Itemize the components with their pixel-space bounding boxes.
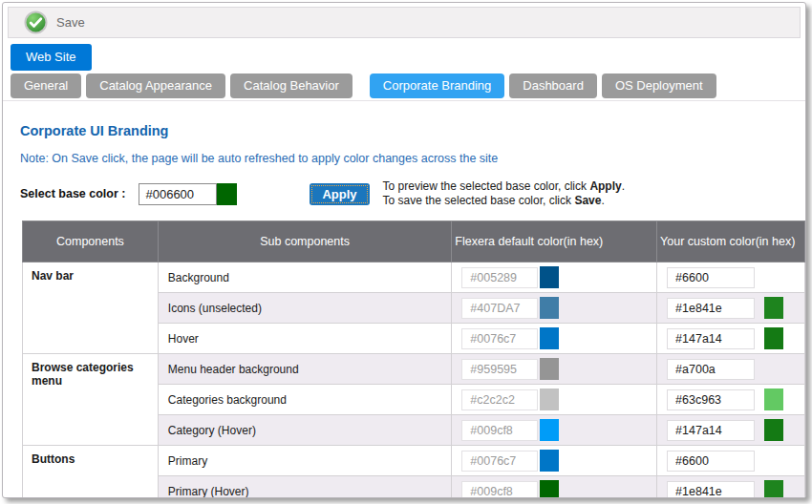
default-color-cell: #005289	[452, 262, 657, 293]
custom-color-input[interactable]	[667, 267, 755, 288]
instruction-text: To preview the selected base color, clic…	[383, 179, 625, 208]
custom-color-cell	[657, 354, 805, 385]
sub-component-name: Primary	[158, 446, 452, 476]
table-row: ButtonsPrimary#0076c7	[23, 446, 805, 476]
default-color-swatch	[540, 450, 559, 472]
apply-button[interactable]: Apply	[310, 183, 369, 205]
custom-color-swatch	[764, 419, 783, 441]
note-text: Note: On Save click, the page will be au…	[20, 152, 805, 165]
component-name: Browse categories menu	[23, 354, 159, 446]
custom-color-swatch	[764, 297, 783, 319]
toolbar: Save	[8, 7, 801, 38]
default-color-value: #959595	[461, 359, 538, 380]
table-body: Nav barBackground#005289Icons (unselecte…	[23, 262, 805, 499]
tab-dashboard[interactable]: Dashboard	[509, 74, 597, 98]
column-header-flexera-default-color-in-hex: Flexera default color(in hex)	[452, 221, 657, 262]
custom-color-input[interactable]	[667, 359, 755, 380]
save-button-label: Save	[56, 15, 85, 30]
base-color-row: Select base color : Apply To preview the…	[20, 179, 805, 208]
instruction-line: To save the selected base color, click S…	[383, 194, 625, 208]
save-checkmark-icon	[24, 10, 48, 34]
table-row: Browse categories menuMenu header backgr…	[23, 354, 805, 385]
tab-os-deployment[interactable]: OS Deployment	[602, 74, 716, 98]
sub-component-name: Menu header background	[158, 354, 452, 385]
default-color-cell: #0076c7	[452, 324, 657, 354]
default-color-swatch	[540, 419, 559, 441]
sub-component-name: Background	[158, 262, 452, 293]
custom-color-input[interactable]	[667, 298, 755, 319]
default-color-cell: #009cf8	[452, 415, 657, 446]
tab-general[interactable]: General	[11, 74, 81, 98]
column-header-sub-components: Sub components	[158, 221, 452, 262]
default-color-value: #005289	[461, 267, 538, 288]
component-name: Buttons	[23, 446, 159, 499]
custom-color-cell	[657, 262, 805, 293]
default-color-value: #c2c2c2	[461, 389, 538, 410]
default-color-cell: #009cf8	[452, 476, 657, 499]
sub-component-name: Category (Hover)	[158, 415, 452, 446]
instruction-line: To preview the selected base color, clic…	[383, 179, 625, 194]
default-color-swatch	[540, 266, 559, 288]
default-color-swatch	[540, 297, 559, 319]
base-color-input[interactable]	[139, 183, 217, 205]
sub-component-name: Icons (unselected)	[158, 293, 452, 324]
custom-color-cell	[657, 415, 805, 446]
tab-catalog-appearance[interactable]: Catalog Appearance	[86, 74, 225, 98]
column-header-your-custom-color-in-hex: Your custom color(in hex)	[657, 221, 805, 262]
base-color-swatch	[217, 183, 237, 205]
custom-color-input[interactable]	[667, 451, 755, 472]
default-color-value: #009cf8	[461, 420, 538, 441]
default-color-value: #009cf8	[461, 481, 538, 499]
table-row: Nav barBackground#005289	[23, 262, 805, 293]
custom-color-cell	[657, 476, 805, 499]
sub-component-name: Categories background	[158, 385, 452, 415]
default-color-swatch	[540, 327, 559, 349]
custom-color-cell	[657, 324, 805, 354]
default-color-cell: #c2c2c2	[452, 385, 657, 415]
custom-color-input[interactable]	[667, 481, 755, 499]
custom-color-swatch	[764, 388, 783, 410]
custom-color-swatch	[764, 327, 783, 349]
custom-color-input[interactable]	[667, 420, 755, 441]
tab-web-site[interactable]: Web Site	[11, 44, 92, 71]
table-header-row: ComponentsSub componentsFlexera default …	[23, 221, 805, 262]
custom-color-cell	[657, 293, 805, 324]
default-color-swatch	[540, 388, 559, 410]
column-header-components: Components	[23, 221, 159, 262]
custom-color-input[interactable]	[667, 389, 755, 410]
default-color-swatch	[540, 480, 559, 498]
default-color-cell: #959595	[452, 354, 657, 385]
default-color-value: #0076c7	[461, 451, 538, 472]
tab-corporate-branding[interactable]: Corporate Branding	[370, 74, 504, 98]
custom-color-cell	[657, 385, 805, 415]
page-title: Corporate UI Branding	[20, 123, 805, 138]
settings-window: Save Web Site GeneralCatalog AppearanceC…	[2, 2, 806, 498]
default-color-value: #0076c7	[461, 328, 538, 349]
tab-catalog-behavior[interactable]: Catalog Behavior	[230, 74, 353, 98]
custom-color-input[interactable]	[667, 328, 755, 349]
sub-component-name: Primary (Hover)	[158, 476, 452, 499]
custom-color-cell	[657, 446, 805, 476]
save-button[interactable]: Save	[18, 10, 91, 35]
default-color-cell: #0076c7	[452, 446, 657, 476]
component-name: Nav bar	[23, 262, 159, 354]
branding-table: ComponentsSub componentsFlexera default …	[22, 220, 805, 498]
default-color-cell: #407DA7	[452, 293, 657, 324]
tab-bar: GeneralCatalog AppearanceCatalog Behavio…	[3, 74, 805, 101]
custom-color-swatch	[764, 480, 783, 498]
base-color-label: Select base color :	[20, 187, 125, 200]
sub-component-name: Hover	[158, 324, 452, 354]
default-color-value: #407DA7	[461, 298, 538, 319]
content-area: Corporate UI Branding Note: On Save clic…	[3, 123, 805, 498]
default-color-swatch	[540, 358, 559, 380]
